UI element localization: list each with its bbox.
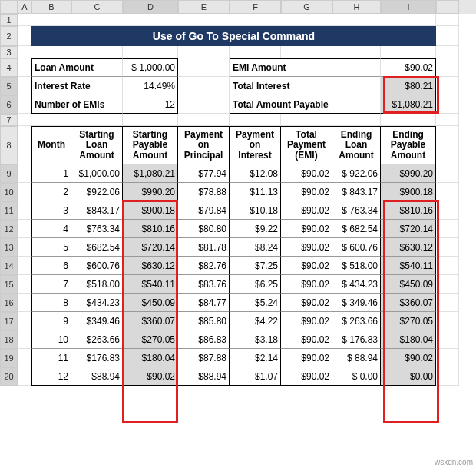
hdr-month[interactable]: Month <box>31 126 71 164</box>
hdr-pay-interest[interactable]: Payment on Interest <box>230 126 281 164</box>
row-header-12[interactable]: 12 <box>0 220 18 238</box>
row-header-5[interactable]: 5 <box>0 77 18 95</box>
row-header-10[interactable]: 10 <box>0 183 18 201</box>
cell[interactable] <box>281 46 332 58</box>
cell[interactable] <box>18 126 31 164</box>
cell-end-payable[interactable]: $720.14 <box>381 220 436 238</box>
cell-pay-interest[interactable]: $12.08 <box>230 164 281 183</box>
cell-end-payable[interactable]: $810.16 <box>381 201 436 220</box>
row-header-20[interactable]: 20 <box>0 367 18 386</box>
col-header-B[interactable]: B <box>31 0 71 14</box>
cell-end-loan[interactable]: $ 843.17 <box>332 183 381 201</box>
cell[interactable] <box>18 201 31 220</box>
cell[interactable] <box>230 114 281 126</box>
cell-month[interactable]: 5 <box>31 238 71 257</box>
cell[interactable] <box>178 95 230 114</box>
row-header-7[interactable]: 7 <box>0 114 18 126</box>
cell-start-loan[interactable]: $600.76 <box>71 257 123 275</box>
col-header-C[interactable]: C <box>71 0 123 14</box>
cell[interactable] <box>436 14 459 26</box>
cell[interactable] <box>18 330 31 349</box>
emi-label[interactable]: EMI Amount <box>230 58 381 77</box>
cell[interactable] <box>436 238 459 257</box>
num-emis-value[interactable]: 12 <box>123 95 178 114</box>
cell[interactable] <box>436 201 459 220</box>
cell[interactable] <box>436 312 459 330</box>
row-header-17[interactable]: 17 <box>0 312 18 330</box>
cell[interactable] <box>436 275 459 294</box>
cell-month[interactable]: 4 <box>31 220 71 238</box>
cell-pay-interest[interactable]: $10.18 <box>230 201 281 220</box>
cell[interactable] <box>230 46 281 58</box>
cell-end-payable[interactable]: $630.12 <box>381 238 436 257</box>
cell-start-loan[interactable]: $763.34 <box>71 220 123 238</box>
cell-pay-principal[interactable]: $83.76 <box>178 275 230 294</box>
cell-end-loan[interactable]: $ 0.00 <box>332 367 381 386</box>
cell-start-payable[interactable]: $720.14 <box>123 238 178 257</box>
cell-end-payable[interactable]: $90.02 <box>381 349 436 367</box>
cell-start-loan[interactable]: $263.66 <box>71 330 123 349</box>
cell[interactable] <box>332 46 381 58</box>
row-header-11[interactable]: 11 <box>0 201 18 220</box>
cell-start-loan[interactable]: $922.06 <box>71 183 123 201</box>
cell-total-payment[interactable]: $90.02 <box>281 349 332 367</box>
col-header-blank[interactable] <box>436 0 459 14</box>
cell-total-payment[interactable]: $90.02 <box>281 257 332 275</box>
row-header-16[interactable]: 16 <box>0 294 18 312</box>
cell[interactable] <box>436 257 459 275</box>
total-interest-label[interactable]: Total Interest <box>230 77 381 95</box>
row-header-1[interactable]: 1 <box>0 14 18 26</box>
cell[interactable] <box>123 114 178 126</box>
cell-start-payable[interactable]: $540.11 <box>123 275 178 294</box>
cell-total-payment[interactable]: $90.02 <box>281 312 332 330</box>
total-payable-value[interactable]: $1,080.21 <box>381 95 436 114</box>
cell-start-payable[interactable]: $90.02 <box>123 367 178 386</box>
cell-total-payment[interactable]: $90.02 <box>281 201 332 220</box>
cell-start-payable[interactable]: $810.16 <box>123 220 178 238</box>
hdr-pay-principal[interactable]: Payment on Principal <box>178 126 230 164</box>
cell[interactable] <box>18 257 31 275</box>
cell-end-loan[interactable]: $ 349.46 <box>332 294 381 312</box>
cell[interactable] <box>436 58 459 77</box>
cell-end-payable[interactable]: $540.11 <box>381 257 436 275</box>
cell-end-payable[interactable]: $900.18 <box>381 183 436 201</box>
cell-start-payable[interactable]: $1,080.21 <box>123 164 178 183</box>
num-emis-label[interactable]: Number of EMIs <box>31 95 123 114</box>
cell-start-loan[interactable]: $88.94 <box>71 367 123 386</box>
cell[interactable] <box>123 46 178 58</box>
cell-start-payable[interactable]: $990.20 <box>123 183 178 201</box>
cell[interactable] <box>18 164 31 183</box>
cell-start-loan[interactable]: $349.46 <box>71 312 123 330</box>
cell-pay-principal[interactable]: $82.76 <box>178 257 230 275</box>
cell[interactable] <box>436 330 459 349</box>
cell[interactable] <box>18 58 31 77</box>
loan-amount-label[interactable]: Loan Amount <box>31 58 123 77</box>
cell[interactable] <box>436 294 459 312</box>
cell[interactable] <box>332 114 381 126</box>
col-header-F[interactable]: F <box>230 0 281 14</box>
cell-end-loan[interactable]: $ 922.06 <box>332 164 381 183</box>
cell[interactable] <box>18 349 31 367</box>
hdr-start-loan[interactable]: Starting Loan Amount <box>71 126 123 164</box>
cell-end-payable[interactable]: $450.09 <box>381 275 436 294</box>
cell-pay-principal[interactable]: $88.94 <box>178 367 230 386</box>
cell-month[interactable]: 12 <box>31 367 71 386</box>
col-header-I[interactable]: I <box>381 0 436 14</box>
cell[interactable] <box>18 312 31 330</box>
cell-pay-principal[interactable]: $84.77 <box>178 294 230 312</box>
cell-start-loan[interactable]: $176.83 <box>71 349 123 367</box>
col-header-E[interactable]: E <box>178 0 230 14</box>
cell[interactable] <box>18 275 31 294</box>
cell-month[interactable]: 2 <box>31 183 71 201</box>
cell-end-payable[interactable]: $270.05 <box>381 312 436 330</box>
row-header-6[interactable]: 6 <box>0 95 18 114</box>
cell[interactable] <box>436 220 459 238</box>
cell[interactable] <box>436 26 459 46</box>
interest-rate-label[interactable]: Interest Rate <box>31 77 123 95</box>
cell[interactable] <box>178 58 230 77</box>
cell-month[interactable]: 1 <box>31 164 71 183</box>
cell-pay-principal[interactable]: $87.88 <box>178 349 230 367</box>
cell[interactable] <box>178 46 230 58</box>
cell[interactable] <box>31 46 71 58</box>
col-header-H[interactable]: H <box>332 0 381 14</box>
